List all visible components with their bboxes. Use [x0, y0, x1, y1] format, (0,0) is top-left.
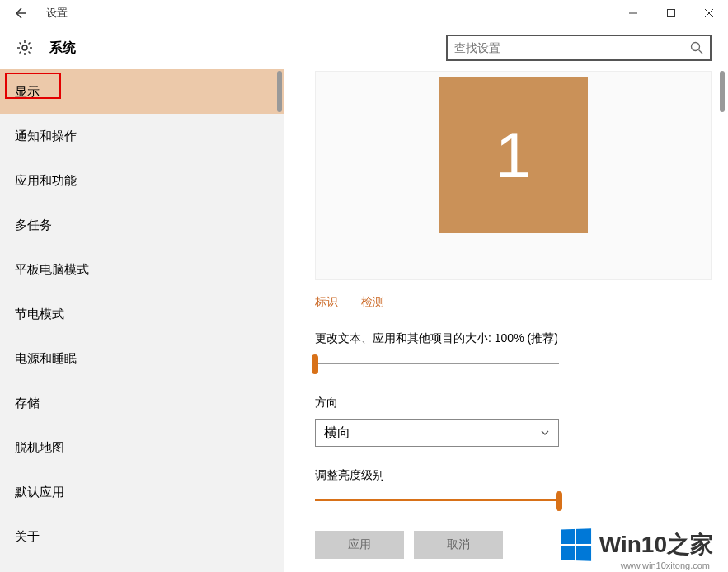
slider-thumb[interactable] — [312, 354, 318, 374]
sidebar-item-tablet[interactable]: 平板电脑模式 — [0, 247, 284, 292]
svg-point-2 — [692, 43, 700, 51]
monitor-number: 1 — [496, 118, 531, 193]
chevron-down-icon — [540, 428, 550, 438]
sidebar-item-notifications[interactable]: 通知和操作 — [0, 114, 284, 158]
monitor-tile[interactable]: 1 — [439, 77, 588, 233]
orientation-select[interactable]: 横向 — [315, 419, 559, 447]
main-scrollbar[interactable] — [720, 71, 725, 112]
search-icon — [690, 41, 703, 54]
close-button[interactable] — [690, 0, 728, 26]
maximize-button[interactable] — [652, 0, 690, 26]
cancel-button[interactable]: 取消 — [414, 531, 503, 559]
sidebar-scrollbar[interactable] — [277, 71, 282, 112]
brightness-slider[interactable] — [315, 491, 559, 511]
brightness-label: 调整亮度级别 — [315, 468, 679, 483]
page-title: 系统 — [49, 40, 76, 57]
minimize-icon — [629, 9, 637, 17]
window-title: 设置 — [46, 6, 68, 21]
sidebar-item-storage[interactable]: 存储 — [0, 381, 284, 425]
close-icon — [705, 9, 713, 17]
arrow-left-icon — [12, 6, 27, 21]
sidebar-item-label: 通知和操作 — [15, 129, 77, 144]
sidebar-item-about[interactable]: 关于 — [0, 514, 284, 559]
scale-section: 更改文本、应用和其他项目的大小: 100% (推荐) — [315, 331, 728, 374]
slider-track — [315, 363, 559, 364]
sidebar-item-power[interactable]: 电源和睡眠 — [0, 336, 284, 381]
title-bar: 设置 — [0, 0, 728, 26]
sidebar-item-label: 默认应用 — [15, 485, 64, 500]
orientation-label: 方向 — [315, 396, 679, 410]
watermark-url: www.win10xitong.com — [621, 560, 710, 570]
window-controls — [614, 0, 728, 26]
gear-icon — [16, 40, 33, 56]
sidebar-item-battery[interactable]: 节电模式 — [0, 292, 284, 336]
sidebar-item-default-apps[interactable]: 默认应用 — [0, 470, 284, 514]
apply-button[interactable]: 应用 — [315, 531, 404, 559]
detect-link[interactable]: 检测 — [361, 295, 384, 310]
sidebar-item-apps[interactable]: 应用和功能 — [0, 158, 284, 203]
search-box[interactable] — [446, 35, 712, 61]
minimize-button[interactable] — [614, 0, 652, 26]
slider-fill — [315, 499, 559, 501]
orientation-section: 方向 横向 — [315, 396, 728, 447]
sidebar: 显示 通知和操作 应用和功能 多任务 平板电脑模式 节电模式 电源和睡眠 存储 … — [0, 69, 284, 572]
brightness-section: 调整亮度级别 — [315, 468, 728, 511]
svg-point-1 — [22, 45, 27, 50]
header: 系统 — [0, 26, 728, 69]
sidebar-item-label: 应用和功能 — [15, 173, 77, 189]
sidebar-item-display[interactable]: 显示 — [0, 69, 284, 114]
sidebar-item-label: 存储 — [15, 396, 40, 411]
search-input[interactable] — [454, 41, 690, 54]
svg-rect-0 — [668, 10, 675, 17]
sidebar-item-label: 平板电脑模式 — [15, 262, 89, 278]
identify-link[interactable]: 标识 — [315, 295, 338, 310]
sidebar-item-multitask[interactable]: 多任务 — [0, 203, 284, 247]
sidebar-item-label: 节电模式 — [15, 307, 64, 322]
maximize-icon — [667, 9, 675, 17]
sidebar-item-label: 关于 — [15, 529, 40, 545]
slider-thumb[interactable] — [556, 491, 562, 511]
watermark: Win10之家 — [560, 529, 713, 560]
monitor-preview-area: 1 — [315, 71, 712, 280]
back-button[interactable] — [10, 3, 30, 23]
identify-detect-row: 标识 检测 — [315, 295, 728, 310]
main-panel: 1 标识 检测 更改文本、应用和其他项目的大小: 100% (推荐) 方向 横向 — [284, 69, 728, 572]
sidebar-item-label: 电源和睡眠 — [15, 351, 77, 367]
content: 显示 通知和操作 应用和功能 多任务 平板电脑模式 节电模式 电源和睡眠 存储 … — [0, 69, 728, 572]
scale-slider[interactable] — [315, 354, 559, 374]
scale-label: 更改文本、应用和其他项目的大小: 100% (推荐) — [315, 331, 679, 346]
windows-logo-icon — [561, 528, 591, 560]
sidebar-item-maps[interactable]: 脱机地图 — [0, 425, 284, 470]
sidebar-item-label: 脱机地图 — [15, 440, 64, 456]
sidebar-item-label: 显示 — [15, 84, 40, 100]
sidebar-item-label: 多任务 — [15, 218, 52, 233]
orientation-value: 横向 — [324, 424, 350, 442]
watermark-text: Win10之家 — [599, 529, 713, 560]
